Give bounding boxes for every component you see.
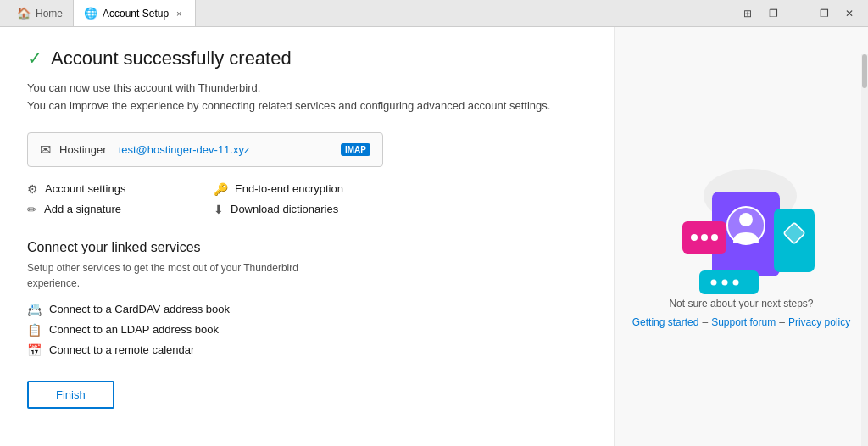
options-grid: ⚙ Account settings 🔑 End-to-end encrypti…	[27, 182, 383, 216]
calendar-icon-btn[interactable]: ⊞	[736, 5, 760, 22]
illustration-panel: Not sure about your next steps? Getting …	[614, 27, 868, 446]
services-section-title: Connect your linked services	[27, 240, 587, 255]
window-controls: ⊞ ❐ — ❐ ✕	[736, 5, 861, 22]
tab-home-label: Home	[36, 8, 63, 20]
home-icon: 🏠	[17, 7, 31, 20]
separator-2: –	[779, 316, 785, 328]
download-icon: ⬇	[214, 203, 224, 216]
scrollbar-thumb[interactable]	[862, 54, 867, 88]
svg-point-12	[721, 280, 727, 286]
illustration-graphic	[657, 145, 826, 298]
svg-point-11	[710, 280, 716, 286]
encryption-label: End-to-end encryption	[235, 182, 343, 195]
signature-option[interactable]: ✏ Add a signature	[27, 203, 197, 216]
tab-account-setup[interactable]: 🌐 Account Setup ×	[74, 0, 196, 26]
privacy-policy-link[interactable]: Privacy policy	[788, 316, 850, 328]
subtitle-text: You can now use this account with Thunde…	[27, 80, 587, 115]
success-header: ✓ Account successfully created	[27, 47, 587, 70]
calendar-label: Connect to a remote calendar	[49, 343, 194, 356]
tab-bar: 🏠 Home 🌐 Account Setup ×	[7, 0, 736, 26]
profile-icon-btn[interactable]: ❐	[761, 5, 785, 22]
carddav-icon: 📇	[27, 303, 42, 316]
imap-badge: IMAP	[341, 143, 370, 156]
checkmark-icon: ✓	[27, 47, 42, 70]
signature-label: Add a signature	[44, 203, 121, 215]
svg-point-7	[691, 234, 698, 241]
ldap-icon: 📋	[27, 323, 42, 337]
pen-icon: ✏	[27, 203, 37, 216]
close-tab-button[interactable]: ×	[174, 8, 184, 20]
account-info-box: ✉ Hostinger test@hostinger-dev-11.xyz IM…	[27, 132, 383, 167]
calendar-service-item[interactable]: 📅 Connect to a remote calendar	[27, 343, 587, 357]
ldap-service-item[interactable]: 📋 Connect to an LDAP address book	[27, 323, 587, 337]
calendar-icon: 📅	[27, 343, 42, 357]
ldap-label: Connect to an LDAP address book	[49, 323, 219, 336]
svg-point-8	[701, 234, 708, 241]
settings-icon: ⚙	[27, 182, 38, 196]
restore-button[interactable]: ❐	[812, 5, 836, 22]
getting-started-link[interactable]: Getting started	[632, 316, 699, 328]
envelope-icon: ✉	[40, 142, 51, 158]
support-forum-link[interactable]: Support forum	[711, 316, 776, 328]
account-settings-label: Account settings	[45, 182, 125, 195]
titlebar: 🏠 Home 🌐 Account Setup × ⊞ ❐ — ❐ ✕	[0, 0, 868, 27]
minimize-button[interactable]: —	[787, 5, 810, 22]
encryption-option[interactable]: 🔑 End-to-end encryption	[214, 182, 383, 196]
scrollbar[interactable]	[861, 54, 868, 446]
globe-icon: 🌐	[84, 7, 97, 20]
separator-1: –	[702, 316, 708, 328]
svg-point-13	[732, 280, 738, 286]
account-email: test@hostinger-dev-11.xyz	[119, 143, 250, 156]
account-provider: Hostinger	[59, 143, 107, 156]
tab-home[interactable]: 🏠 Home	[7, 0, 74, 26]
main-window: ✓ Account successfully created You can n…	[0, 27, 868, 446]
svg-rect-10	[699, 270, 759, 294]
content-area: ✓ Account successfully created You can n…	[0, 27, 614, 446]
close-button[interactable]: ✕	[837, 5, 861, 22]
finish-button[interactable]: Finish	[27, 381, 114, 409]
tab-setup-label: Account Setup	[103, 8, 169, 20]
svg-point-3	[739, 213, 753, 226]
key-icon: 🔑	[214, 182, 228, 196]
services-section-desc: Setup other services to get the most out…	[27, 260, 315, 291]
carddav-label: Connect to a CardDAV address book	[49, 303, 230, 315]
success-title: Account successfully created	[51, 47, 292, 70]
not-sure-text: Not sure about your next steps?	[669, 298, 813, 309]
dictionaries-option[interactable]: ⬇ Download dictionaries	[214, 203, 383, 216]
account-settings-option[interactable]: ⚙ Account settings	[27, 182, 197, 196]
links-row: Getting started – Support forum – Privac…	[632, 316, 851, 328]
svg-point-9	[711, 234, 718, 241]
dictionaries-label: Download dictionaries	[231, 203, 338, 215]
carddav-service-item[interactable]: 📇 Connect to a CardDAV address book	[27, 303, 587, 316]
service-list: 📇 Connect to a CardDAV address book 📋 Co…	[27, 303, 587, 357]
